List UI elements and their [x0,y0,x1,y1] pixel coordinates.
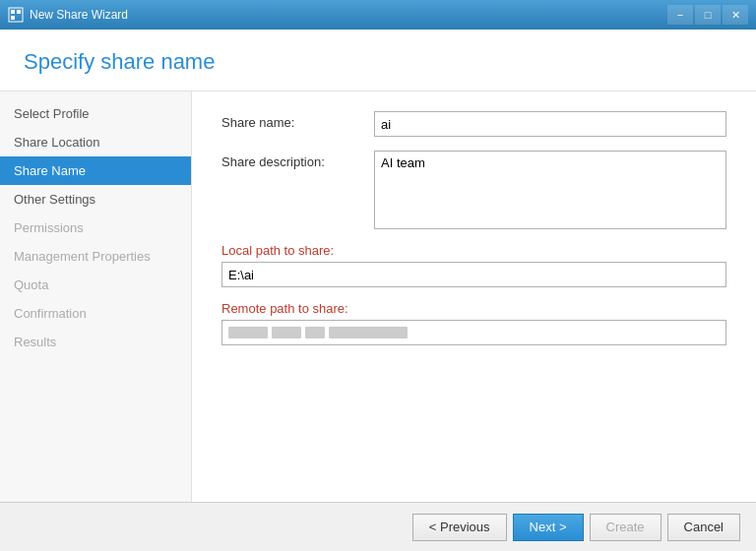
svg-rect-1 [11,10,15,14]
wizard-footer: < Previous Next > Create Cancel [0,502,756,551]
cancel-button[interactable]: Cancel [667,514,740,541]
title-bar-controls: − □ ✕ [667,5,748,25]
local-path-input[interactable] [221,262,726,287]
share-name-row: Share name: [221,111,726,137]
local-path-label: Local path to share: [221,243,726,258]
restore-button[interactable]: □ [695,5,721,25]
wizard-container: Specify share name Select Profile Share … [0,30,756,551]
sidebar-item-share-name[interactable]: Share Name [0,156,191,185]
sidebar-item-quota: Quota [0,271,191,299]
share-description-input[interactable]: AI team [374,151,726,229]
sidebar-item-share-location[interactable]: Share Location [0,128,191,156]
remote-path-row: Remote path to share: [221,301,726,345]
minimize-button[interactable]: − [667,5,693,25]
title-bar: New Share Wizard − □ ✕ [0,0,756,30]
sidebar-item-management-properties: Management Properties [0,242,191,271]
close-button[interactable]: ✕ [723,5,748,25]
wizard-header: Specify share name [0,30,756,92]
svg-rect-2 [17,10,21,14]
title-bar-left: New Share Wizard [8,7,128,23]
redact-block-1 [228,327,268,338]
create-button[interactable]: Create [590,514,662,541]
previous-button[interactable]: < Previous [412,514,507,541]
remote-path-label: Remote path to share: [221,301,726,316]
sidebar-item-permissions: Permissions [0,214,191,242]
share-description-row: Share description: AI team [221,151,726,229]
sidebar-item-select-profile[interactable]: Select Profile [0,99,191,128]
redact-block-4 [329,327,408,338]
page-title: Specify share name [24,49,732,75]
wizard-icon [8,7,24,23]
sidebar-item-other-settings[interactable]: Other Settings [0,185,191,214]
share-name-input[interactable] [374,111,726,137]
wizard-body: Select Profile Share Location Share Name… [0,92,756,502]
next-button[interactable]: Next > [513,514,584,541]
share-description-label: Share description: [221,151,374,169]
sidebar-item-confirmation: Confirmation [0,299,191,328]
svg-rect-3 [11,16,15,20]
window-title: New Share Wizard [30,8,128,22]
sidebar-item-results: Results [0,328,191,356]
share-name-label: Share name: [221,111,374,130]
wizard-content: Share name: Share description: AI team L… [192,92,756,502]
sidebar: Select Profile Share Location Share Name… [0,92,192,502]
local-path-row: Local path to share: [221,243,726,287]
redact-block-3 [305,327,325,338]
remote-path-display [221,320,726,345]
redact-block-2 [272,327,301,338]
